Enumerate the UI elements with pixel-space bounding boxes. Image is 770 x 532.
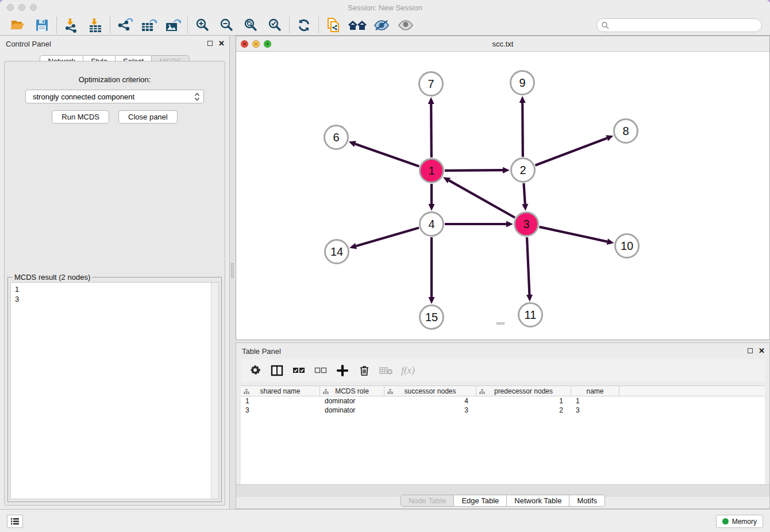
mcds-result-text: 1 3 [15, 284, 19, 304]
memory-status-icon [722, 518, 729, 525]
search-icon [601, 21, 609, 29]
table-cell[interactable]: 3 [241, 406, 320, 415]
close-panel-button[interactable]: Close panel [118, 110, 178, 124]
table-cell[interactable]: 2 [476, 406, 571, 415]
refresh-view-button[interactable] [292, 16, 316, 34]
table-cell[interactable]: 3 [384, 406, 476, 415]
hierarchy-icon [479, 389, 485, 394]
table-cell[interactable]: 1 [241, 396, 320, 406]
export-table-button[interactable] [137, 16, 161, 34]
zoom-in-button[interactable] [190, 16, 214, 34]
graph-edge-3-11[interactable] [527, 237, 529, 295]
open-session-button[interactable] [6, 16, 30, 34]
table-row[interactable]: 1dominator411 [241, 396, 765, 406]
show-graphic-details-button[interactable] [394, 16, 418, 34]
graph-node-11[interactable]: 11 [518, 302, 543, 327]
graph-node-8[interactable]: 8 [613, 118, 638, 144]
export-image-icon [165, 18, 181, 33]
export-image-button[interactable] [161, 16, 185, 34]
import-table-button[interactable] [83, 16, 107, 34]
duplicate-network-button[interactable] [321, 16, 345, 34]
hierarchy-icon [323, 389, 329, 394]
close-panel-icon[interactable]: ✕ [218, 40, 225, 47]
table-cell[interactable]: dominator [320, 396, 384, 406]
delete-row-button[interactable] [356, 362, 373, 379]
home-button[interactable] [345, 16, 369, 34]
task-history-button[interactable] [7, 515, 23, 528]
table-panel: Table Panel ✕ [236, 342, 770, 509]
graph-edge-1-6[interactable] [355, 144, 419, 167]
graph-node-14[interactable]: 14 [324, 239, 349, 264]
column-label: shared name [260, 387, 300, 395]
main-toolbar [0, 16, 770, 36]
gear-icon [249, 365, 261, 376]
zoom-out-button[interactable] [214, 16, 238, 34]
table-cell[interactable]: 4 [384, 396, 476, 406]
function-builder-button[interactable]: f(x) [399, 362, 417, 379]
float-table-panel-icon[interactable] [748, 348, 753, 353]
save-session-button[interactable] [30, 16, 54, 34]
graph-node-1[interactable]: 1 [419, 158, 444, 183]
graph-node-2[interactable]: 2 [510, 157, 536, 183]
column-header-name[interactable]: name [571, 386, 619, 396]
graph-node-6[interactable]: 6 [324, 125, 349, 150]
memory-button[interactable]: Memory [716, 515, 763, 528]
table-cell[interactable]: 3 [571, 406, 619, 415]
graph-node-15[interactable]: 15 [419, 304, 444, 330]
delete-table-button[interactable] [378, 362, 395, 379]
zoom-fit-button[interactable] [238, 16, 263, 34]
column-header-shared-name[interactable]: shared name [241, 386, 320, 396]
hide-graphic-details-button[interactable] [369, 16, 394, 34]
split-columns-button[interactable] [268, 362, 286, 379]
splitter-handle[interactable] [231, 263, 234, 278]
import-network-button[interactable] [59, 16, 83, 34]
search-input[interactable] [596, 18, 762, 32]
table-tab-edge-table[interactable]: Edge Table [454, 495, 507, 507]
table-settings-button[interactable] [247, 362, 264, 379]
table-tab-motifs[interactable]: Motifs [569, 495, 605, 507]
graph-edge-2-3[interactable] [523, 183, 525, 204]
table-tab-node-table[interactable]: Node Table [401, 495, 455, 507]
graph-edge-3-10[interactable] [539, 227, 607, 242]
zoom-selected-button[interactable] [263, 16, 287, 34]
optimization-criterion-select[interactable]: strongly connected component [25, 90, 204, 103]
run-mcds-button[interactable]: Run MCDS [52, 110, 109, 124]
column-header-predecessor-nodes[interactable]: predecessor nodes [476, 386, 571, 396]
table-tab-network-table[interactable]: Network Table [507, 495, 569, 507]
zoom-in-icon [195, 18, 210, 33]
select-all-button[interactable] [290, 362, 307, 379]
node-table: shared nameMCDS rolesuccessor nodesprede… [241, 385, 765, 484]
table-row[interactable]: 3dominator323 [241, 406, 765, 415]
table-cell[interactable]: 1 [476, 396, 571, 406]
graph-arrowhead [606, 135, 613, 141]
graph-edge-2-8[interactable] [536, 138, 607, 165]
graph-edge-2-9[interactable] [522, 103, 523, 157]
column-header-successor-nodes[interactable]: successor nodes [384, 386, 476, 396]
horizontal-splitter-handle[interactable] [496, 322, 505, 325]
network-canvas[interactable]: 7968124314101511 [236, 52, 769, 340]
mcds-result-area[interactable]: 1 3 [10, 282, 219, 499]
graph-node-4[interactable]: 4 [419, 211, 444, 237]
graph-node-9[interactable]: 9 [510, 70, 535, 95]
export-network-button[interactable] [113, 16, 137, 34]
table-cell[interactable]: dominator [320, 406, 384, 415]
graph-edge-1-7[interactable] [431, 104, 432, 157]
close-table-panel-icon[interactable]: ✕ [759, 348, 765, 354]
column-header-MCDS-role[interactable]: MCDS role [320, 386, 384, 396]
graph-edge-1-2[interactable] [445, 170, 503, 171]
float-panel-icon[interactable] [207, 41, 213, 46]
optimization-criterion-label: Optimization criterion: [5, 75, 225, 84]
graph-edge-3-1[interactable] [449, 180, 514, 218]
add-row-button[interactable] [334, 362, 351, 379]
search-field [596, 18, 762, 32]
graph-edge-4-14[interactable] [356, 228, 419, 246]
table-cell[interactable]: 1 [571, 396, 619, 406]
vertical-splitter[interactable] [230, 36, 236, 509]
deselect-all-button[interactable] [312, 362, 329, 379]
graph-arrowhead [607, 238, 614, 245]
result-scrollbar[interactable] [211, 283, 218, 499]
graph-node-3[interactable]: 3 [514, 211, 539, 237]
graph-node-10[interactable]: 10 [614, 233, 640, 259]
mcds-result-box: MCDS result (2 nodes) 1 3 [7, 277, 222, 502]
graph-node-7[interactable]: 7 [418, 71, 444, 97]
